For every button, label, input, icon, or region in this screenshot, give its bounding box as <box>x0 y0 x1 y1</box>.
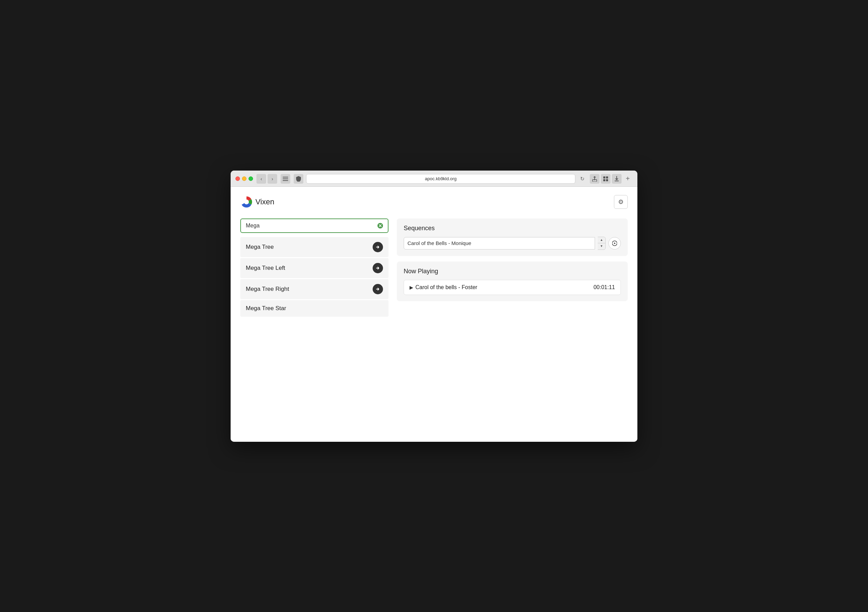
back-button[interactable]: ‹ <box>256 174 266 184</box>
svg-rect-6 <box>603 179 605 181</box>
download-button[interactable] <box>612 174 622 184</box>
minimize-button[interactable] <box>242 177 246 181</box>
search-clear-button[interactable] <box>374 220 386 232</box>
play-indicator-icon: ▶ <box>409 285 413 290</box>
svg-rect-7 <box>606 179 608 181</box>
stepper-group: ▲ ▼ <box>598 237 606 250</box>
main-layout: Mega Tree Mega Tree Left <box>240 218 628 317</box>
browser-chrome: ‹ › apoc.kb9kld.org <box>231 170 637 187</box>
now-playing-title: Now Playing <box>404 268 621 275</box>
maximize-button[interactable] <box>248 177 253 181</box>
page-content: Vixen ⚙ <box>231 187 637 442</box>
forward-button[interactable]: › <box>268 174 277 184</box>
share-button[interactable] <box>590 174 600 184</box>
tab-view-button[interactable] <box>601 174 611 184</box>
settings-button[interactable]: ⚙ <box>614 195 628 209</box>
page-header: Vixen ⚙ <box>240 195 628 209</box>
item-arrow-button[interactable] <box>373 284 383 294</box>
sequences-title: Sequences <box>404 225 621 232</box>
svg-rect-1 <box>283 178 288 179</box>
item-label: Mega Tree <box>246 244 274 251</box>
list-item[interactable]: Mega Tree <box>240 237 389 257</box>
left-panel: Mega Tree Mega Tree Left <box>240 218 389 317</box>
address-bar[interactable]: apoc.kb9kld.org <box>306 174 575 184</box>
sequence-play-button[interactable] <box>608 237 621 249</box>
svg-rect-4 <box>603 177 605 178</box>
item-arrow-button[interactable] <box>373 263 383 273</box>
window-controls <box>236 177 253 181</box>
item-list: Mega Tree Mega Tree Left <box>240 237 389 317</box>
search-input[interactable] <box>241 219 374 232</box>
list-item[interactable]: Mega Tree Star <box>240 300 389 317</box>
svg-point-10 <box>244 200 249 205</box>
logo-area: Vixen <box>240 196 274 208</box>
svg-rect-8 <box>615 181 619 181</box>
item-label: Mega Tree Left <box>246 265 285 271</box>
now-playing-item: ▶ Carol of the bells - Foster 00:01:11 <box>404 280 621 295</box>
svg-rect-0 <box>283 177 288 177</box>
sequence-select-wrapper: Carol of the Bells - Monique Carol of th… <box>404 237 595 249</box>
list-item[interactable]: Mega Tree Left <box>240 258 389 278</box>
address-bar-area: apoc.kb9kld.org ↻ <box>294 174 586 184</box>
sequence-select[interactable]: Carol of the Bells - Monique Carol of th… <box>404 237 595 249</box>
right-panel: Sequences Carol of the Bells - Monique C… <box>397 218 628 317</box>
stepper-down-button[interactable]: ▼ <box>598 243 605 249</box>
sidebar-toggle-button[interactable] <box>281 174 290 184</box>
now-playing-left: ▶ Carol of the bells - Foster <box>409 284 477 290</box>
sequences-section: Sequences Carol of the Bells - Monique C… <box>397 218 628 256</box>
item-label: Mega Tree Right <box>246 286 289 293</box>
browser-window: ‹ › apoc.kb9kld.org <box>231 170 637 442</box>
item-label: Mega Tree Star <box>246 305 286 312</box>
svg-rect-5 <box>606 177 608 178</box>
close-button[interactable] <box>236 177 240 181</box>
now-playing-timestamp: 00:01:11 <box>594 284 615 290</box>
browser-actions: + <box>590 174 632 184</box>
add-tab-button[interactable]: + <box>623 174 632 184</box>
svg-rect-2 <box>283 180 288 181</box>
item-arrow-button[interactable] <box>373 242 383 252</box>
list-item[interactable]: Mega Tree Right <box>240 279 389 299</box>
reload-button[interactable]: ↻ <box>578 175 586 183</box>
now-playing-section: Now Playing ▶ Carol of the bells - Foste… <box>397 262 628 301</box>
search-container <box>240 218 389 233</box>
logo-text: Vixen <box>256 197 274 206</box>
security-icon <box>294 174 303 184</box>
sequence-selector-row: Carol of the Bells - Monique Carol of th… <box>404 237 621 250</box>
stepper-up-button[interactable]: ▲ <box>598 237 605 243</box>
url-text: apoc.kb9kld.org <box>425 176 457 181</box>
vixen-logo-icon <box>240 196 253 208</box>
nav-buttons: ‹ › <box>256 174 277 184</box>
now-playing-song-title: Carol of the bells - Foster <box>415 284 477 290</box>
